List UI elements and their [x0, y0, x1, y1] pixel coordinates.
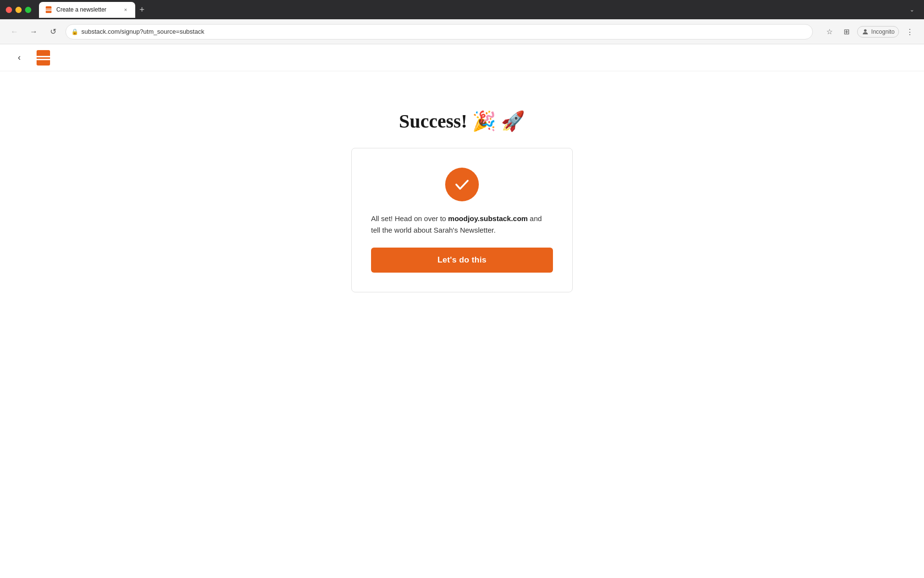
- substack-logo-icon: [35, 49, 52, 66]
- browser-window: Create a newsletter × + ⌄ ← → ↺ 🔒 ☆ ⊞ In…: [0, 0, 924, 578]
- tab-title: Create a newsletter: [56, 6, 118, 13]
- refresh-button[interactable]: ↺: [46, 25, 60, 39]
- tab-bar: Create a newsletter × + ⌄: [39, 2, 918, 18]
- more-menu-button[interactable]: ⋮: [903, 25, 916, 39]
- bookmark-icon[interactable]: ☆: [822, 25, 836, 39]
- page-content: ‹ Success! 🎉 🚀: [0, 44, 924, 578]
- new-tab-button[interactable]: +: [135, 3, 149, 16]
- success-text-prefix: All set! Head on over to: [371, 214, 448, 223]
- lock-icon: 🔒: [71, 28, 78, 35]
- success-heading: Success! 🎉 🚀: [399, 110, 525, 132]
- success-link[interactable]: moodjoy.substack.com: [448, 214, 528, 223]
- tab-favicon: [45, 6, 52, 13]
- incognito-badge: Incognito: [857, 26, 899, 38]
- substack-logo: [35, 49, 52, 66]
- main-content: Success! 🎉 🚀 All set! Head on over to mo…: [0, 71, 924, 292]
- checkmark-icon: [453, 176, 471, 193]
- address-bar: ← → ↺ 🔒 ☆ ⊞ Incognito ⋮: [0, 19, 924, 44]
- maximize-button[interactable]: [25, 7, 31, 13]
- active-tab[interactable]: Create a newsletter ×: [39, 2, 135, 18]
- title-bar: Create a newsletter × + ⌄: [0, 0, 924, 19]
- minimize-button[interactable]: [15, 7, 22, 13]
- page-back-button[interactable]: ‹: [12, 50, 27, 66]
- svg-rect-0: [46, 6, 51, 13]
- close-button[interactable]: [6, 7, 12, 13]
- svg-rect-1: [46, 9, 51, 10]
- svg-point-3: [864, 29, 867, 31]
- address-bar-wrapper: 🔒: [65, 24, 813, 39]
- back-nav-button[interactable]: ←: [8, 25, 21, 39]
- address-input[interactable]: [65, 24, 813, 39]
- address-right-icons: ☆ ⊞ Incognito ⋮: [822, 25, 916, 39]
- checkmark-circle: [445, 168, 479, 201]
- page-inner: ‹ Success! 🎉 🚀: [0, 44, 924, 578]
- svg-rect-2: [46, 10, 51, 11]
- success-description: All set! Head on over to moodjoy.substac…: [371, 213, 553, 236]
- success-card: All set! Head on over to moodjoy.substac…: [351, 148, 573, 292]
- tab-dropdown-button[interactable]: ⌄: [906, 4, 918, 15]
- page-nav: ‹: [0, 44, 924, 71]
- svg-rect-6: [37, 59, 50, 60]
- svg-rect-5: [37, 56, 50, 57]
- incognito-label: Incognito: [871, 28, 895, 35]
- traffic-lights: [6, 7, 31, 13]
- lets-do-this-button[interactable]: Let's do this: [371, 248, 553, 273]
- tab-close-button[interactable]: ×: [122, 6, 129, 13]
- forward-nav-button[interactable]: →: [27, 25, 40, 39]
- incognito-icon: [861, 28, 869, 36]
- svg-rect-4: [37, 50, 50, 66]
- sidebar-icon[interactable]: ⊞: [840, 25, 853, 39]
